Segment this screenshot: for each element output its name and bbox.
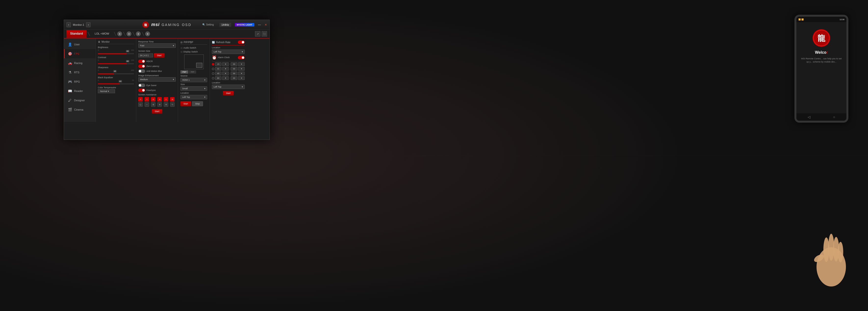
tab-separator-2: ╲ (114, 32, 116, 36)
alarm-radio-1[interactable] (212, 63, 214, 65)
size-dropdown[interactable]: Small ▾ (181, 86, 207, 91)
response-time-dropdown[interactable]: Fast ▾ (138, 43, 176, 48)
refresh-header: 🔄 Refresh Rate (212, 40, 245, 44)
alarm-time-select-3m[interactable]: ▾ (238, 72, 245, 75)
assist-icon-4[interactable]: ⊕ (157, 97, 162, 101)
assist-icon-2[interactable]: ✕ (145, 97, 149, 101)
assist-icon-3[interactable]: ⊞ (151, 97, 155, 101)
pip-start-btn[interactable]: Start (181, 101, 191, 106)
contrast-slider[interactable]: 80 (98, 63, 134, 64)
close-btn[interactable]: ✕ (265, 23, 267, 27)
setting-btn[interactable]: 🔍 Setting (200, 23, 216, 27)
alarm-time-select-4m[interactable]: ▾ (238, 76, 245, 80)
alarm-time-2-h[interactable]: 31 (215, 67, 222, 71)
screen-size-start-btn[interactable]: Start (154, 53, 164, 58)
hz-display: 144Hz (219, 23, 231, 27)
assist-icon-5[interactable]: ⊡ (164, 97, 168, 101)
sidebar-item-reader[interactable]: 📖 Reader (64, 86, 96, 96)
pip-location-dropdown[interactable]: Left Top ▾ (181, 95, 207, 99)
sharpness-value: 45 (113, 70, 117, 72)
add-profile-btn-3[interactable]: + (136, 31, 141, 36)
nav-next-arrow[interactable]: › (86, 22, 91, 27)
assist-icon-1[interactable]: ✕ (138, 97, 143, 101)
freesync-toggle-row: FreeSync (138, 89, 176, 92)
alarm-time-select-2[interactable]: ▾ (222, 67, 229, 71)
phone-mockup: 📶 📶 12:30 龍 Welcor MSI Remote Contro... … (795, 15, 848, 123)
assist-icon-12[interactable]: ↻ (170, 102, 175, 107)
export-btn-1[interactable]: ↗ (255, 31, 260, 36)
minimize-btn[interactable]: — (258, 23, 261, 27)
refresh-location2-label: Location (212, 82, 245, 84)
profile-tab-lol[interactable]: LOL +WOW (91, 30, 113, 37)
color-temp-dropdown[interactable]: Normal ▾ (98, 89, 115, 93)
refresh-location2-arrow: ▾ (242, 86, 243, 88)
zero-latency-toggle-row: Zero Latency (138, 64, 176, 68)
alarm-time-4-m[interactable]: 00 (231, 76, 237, 80)
assist-icon-7[interactable]: ◱ (138, 102, 143, 107)
sidebar-item-user[interactable]: 👤 User (64, 40, 96, 49)
add-profile-btn-4[interactable]: + (145, 31, 150, 36)
assist-icon-10[interactable]: ⊕ (157, 102, 162, 107)
alarm-radio-3[interactable] (212, 72, 214, 75)
contrast-value: 80 (126, 60, 129, 63)
sidebar-designer-label: Designer (74, 99, 85, 102)
standard-tab[interactable]: Standard (66, 30, 87, 37)
zero-latency-toggle[interactable] (138, 64, 145, 68)
assist-icon-8[interactable]: + (145, 102, 149, 107)
anti-motion-toggle[interactable] (138, 69, 145, 73)
image-enhance-dropdown[interactable]: Medium ▾ (138, 77, 176, 82)
audio-switch-row: ◁ Audio Switch (181, 46, 207, 49)
add-profile-btn-1[interactable]: + (117, 31, 122, 36)
color-temp-label: Color Temperautre (98, 86, 134, 89)
refresh-location-dropdown[interactable]: Left Top ▾ (212, 50, 245, 54)
sidebar-item-racing[interactable]: 🚗 Racing (64, 58, 96, 68)
brightness-row: Brightness 0 100 80 (98, 46, 134, 54)
pbp-tab[interactable]: PBP (181, 70, 188, 73)
response-start-btn[interactable]: Start (152, 109, 162, 114)
source-dropdown[interactable]: HDMI 1 ▾ (181, 78, 207, 82)
sidebar-item-cinema[interactable]: 🎬 Cinema (64, 105, 96, 114)
phone-back-btn[interactable]: ◁ (808, 115, 810, 119)
sidebar-item-rts[interactable]: ⚗ RTS (64, 68, 96, 77)
pip-stop-btn[interactable]: Stop (192, 101, 203, 106)
alarm-time-select-3[interactable]: ▾ (222, 72, 229, 75)
pip-tab[interactable]: PIP (189, 70, 196, 73)
assist-icon-11[interactable]: ⚙ (164, 102, 168, 107)
alarm-time-select-2m[interactable]: ▾ (238, 67, 245, 71)
alarm-radio-4[interactable] (212, 77, 214, 80)
phone-home-btn[interactable]: ○ (833, 115, 835, 119)
phone-dragon-logo: 龍 (812, 28, 831, 48)
black-eq-slider[interactable]: 60 (98, 83, 134, 84)
alarm-time-4-h[interactable]: 60 (215, 76, 222, 80)
sharpness-slider[interactable]: 45 (98, 73, 134, 74)
svg-text:龍: 龍 (817, 34, 826, 43)
assist-icon-6[interactable]: ⊠ (170, 97, 175, 101)
alarm-radio-2[interactable] (212, 68, 214, 70)
alarm-time-2-m[interactable]: 00 (231, 67, 237, 71)
screen-size-dropdown[interactable]: 24 ( 4:3 ) (138, 54, 153, 57)
hdcr-toggle[interactable] (138, 60, 145, 63)
alarm-time-1-m[interactable]: 00 (231, 62, 237, 66)
refresh-location2-dropdown[interactable]: Left Top ▾ (212, 85, 245, 89)
assist-icon-9[interactable]: ⊞ (151, 102, 155, 107)
eye-saver-toggle[interactable] (138, 84, 145, 87)
sidebar-item-designer[interactable]: 🖊 Designer (64, 96, 96, 105)
refresh-toggle[interactable] (238, 40, 245, 44)
alarm-time-select-1[interactable]: ▾ (222, 62, 229, 66)
sidebar-item-rpg[interactable]: 🎮 RPG (64, 77, 96, 86)
mystic-light-btn[interactable]: MYSTIC LIGHT (235, 23, 254, 27)
refresh-start-btn[interactable]: Start (223, 91, 234, 95)
export-btn-2[interactable]: ⬛ (261, 31, 267, 36)
alarm-time-select-1m[interactable]: ▾ (238, 62, 245, 66)
alarm-toggle[interactable] (238, 56, 245, 59)
alarm-time-3-m[interactable]: 00 (231, 72, 237, 75)
nav-prev-arrow[interactable]: ‹ (66, 22, 71, 27)
alarm-time-1-h[interactable]: 15 (215, 62, 222, 66)
brightness-slider[interactable]: 80 (98, 53, 134, 54)
sidebar-item-fps[interactable]: 🎯 FPS (64, 49, 96, 58)
freesync-toggle[interactable] (138, 89, 145, 92)
alarm-time-3-h[interactable]: 45 (215, 72, 222, 75)
add-profile-btn-2[interactable]: + (126, 31, 131, 36)
alarm-time-select-4[interactable]: ▾ (222, 76, 229, 80)
anti-motion-label: Anti Motion Blur (146, 70, 162, 72)
